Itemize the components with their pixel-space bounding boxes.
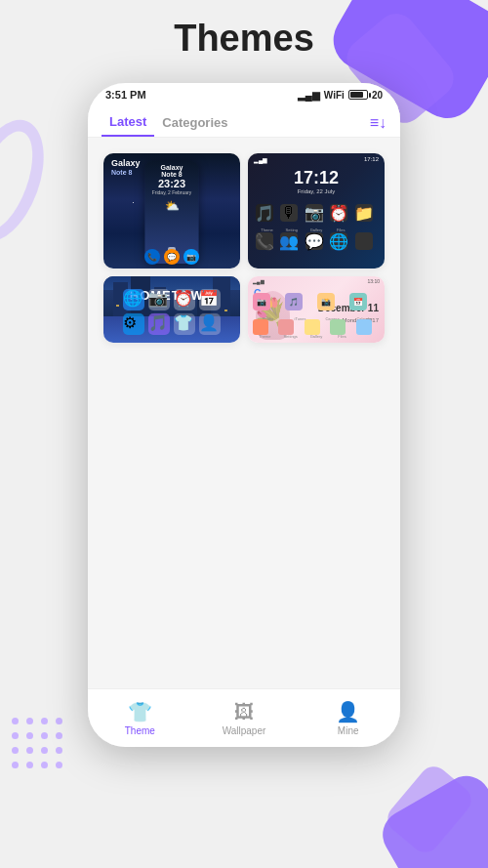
theme-preview-ios: ▂▄▆ 17:12 17:12 Friday, 22 July 🎵 🎙 📷 ⏰ … (248, 153, 385, 269)
hometown-icon-row-2: ⚙ 🎵 👕 👤 (111, 313, 232, 335)
hometown-icon-6: 🎵 (148, 313, 170, 335)
hometown-icon-row-1: 🌐 📷 ⏰ 📅 (111, 289, 232, 310)
purple-ellipse (0, 109, 59, 252)
pink-icon-itunes: 🎵 (285, 293, 303, 310)
pink-icon-9 (330, 319, 346, 335)
pink-label-7: Settings (278, 334, 302, 339)
ios-icon-2: 🎙 (280, 204, 298, 222)
theme-nav-icon: 👕 (128, 700, 152, 723)
themes-grid: Galaxy Note 8 GalaxyNote 8 23:23 Friday,… (96, 145, 392, 351)
ios-status-bar: ▂▄▆ 17:12 (248, 153, 385, 166)
ios-time-status: 17:12 (364, 156, 379, 163)
pink-signal: ▂▄▆ (253, 278, 264, 284)
theme-preview-galaxy: Galaxy Note 8 GalaxyNote 8 23:23 Friday,… (103, 153, 240, 269)
hometown-icon-2: 📷 (148, 289, 170, 310)
galaxy-weather-icon: ⛅ (145, 199, 199, 213)
pink-icon-6 (253, 319, 268, 335)
mine-nav-icon: 👤 (336, 700, 360, 723)
pink-label-10 (356, 334, 380, 339)
ios-icon-9: 🌐 (330, 232, 347, 250)
phone-frame: 3:51 PM ▂▄▆ WiFi 20 Latest Categories ≡↓ (88, 83, 400, 747)
battery-icon (348, 90, 368, 100)
galaxy-btn-cam: 📷 (183, 249, 199, 265)
nav-item-mine[interactable]: 👤 Mine (296, 700, 400, 736)
mine-nav-label: Mine (338, 725, 359, 736)
sort-icon[interactable]: ≡↓ (370, 114, 386, 132)
galaxy-title-text: Galaxy (111, 158, 141, 168)
purple-shape-3 (374, 767, 488, 868)
galaxy-btn-phone: 📞 (144, 249, 160, 265)
galaxy-bottom-icons: 📞 💬 📷 (144, 249, 199, 265)
galaxy-screen-name: GalaxyNote 8 (145, 164, 199, 178)
wifi-icon: WiFi (324, 90, 345, 101)
hometown-icon-4: 📅 (199, 289, 221, 310)
theme-card-ios[interactable]: ▂▄▆ 17:12 17:12 Friday, 22 July 🎵 🎙 📷 ⏰ … (248, 153, 385, 269)
ios-icon-7: 👥 (280, 232, 298, 250)
pink-icon-grid-2 (248, 319, 385, 335)
pink-icon-calendar: 📅 (349, 293, 367, 310)
ios-icon-1: 🎵 (256, 204, 273, 222)
status-icons: ▂▄▆ WiFi 20 (298, 90, 383, 101)
pink-icon-7 (278, 319, 294, 335)
theme-card-hometown[interactable]: HOMETOWN 🌐 📷 ⏰ 📅 ⚙ 🎵 👕 (103, 276, 240, 343)
signal-icon: ▂▄▆ (298, 90, 320, 101)
pink-icon-10 (356, 319, 372, 335)
hometown-icon-1: 🌐 (123, 289, 144, 310)
ios-icon-grid-1: 🎵 🎙 📷 ⏰ 📁 (248, 198, 385, 227)
star-1 (123, 173, 124, 174)
hometown-icon-3: ⏰ (174, 289, 195, 310)
theme-card-pink[interactable]: ▂▄▆ 13:10 G December 11Monday, 2017 💐 (248, 276, 385, 343)
hometown-icon-5: ⚙ (123, 313, 144, 335)
theme-preview-hometown: HOMETOWN 🌐 📷 ⏰ 📅 ⚙ 🎵 👕 (103, 276, 240, 343)
ios-icon-4: ⏰ (330, 204, 347, 222)
hometown-app-icons: 🌐 📷 ⏰ 📅 ⚙ 🎵 👕 👤 (103, 289, 240, 335)
ios-icon-grid-2: 📞 👥 💬 🌐 (248, 232, 385, 250)
ios-icon-5: 📁 (355, 204, 373, 222)
theme-preview-pink: ▂▄▆ 13:10 G December 11Monday, 2017 💐 (248, 276, 385, 343)
hometown-icon-8: 👤 (199, 313, 221, 335)
pink-label-6: Theme (253, 334, 276, 339)
page-title: Themes (0, 18, 488, 60)
purple-shape-4 (382, 761, 476, 858)
tab-latest[interactable]: Latest (102, 108, 154, 137)
pink-labels-2: Theme Settings Gallery Files (248, 334, 385, 339)
galaxy-date: Friday, 2 February (145, 189, 199, 195)
pink-icon-8 (305, 319, 320, 335)
star-4 (133, 202, 134, 203)
ios-icon-10 (355, 232, 373, 250)
time-display: 3:51 PM (105, 89, 146, 101)
ios-icon-3: 📷 (305, 204, 323, 222)
themes-scroll[interactable]: Galaxy Note 8 GalaxyNote 8 23:23 Friday,… (88, 138, 400, 710)
dots-decoration (10, 716, 64, 770)
wallpaper-nav-icon: 🖼 (234, 701, 254, 723)
galaxy-time: 23:23 (145, 178, 199, 189)
pink-time-status: 13:10 (367, 278, 380, 284)
pink-label-9: Files (330, 334, 353, 339)
hometown-icon-7: 👕 (174, 313, 195, 335)
theme-nav-label: Theme (125, 725, 155, 736)
pink-label-8: Gallery (305, 334, 328, 339)
ios-icon-8: 💬 (305, 232, 323, 250)
tabs-bar: Latest Categories ≡↓ (88, 104, 400, 138)
wallpaper-nav-label: Wallpaper (223, 725, 266, 736)
ios-time-display: 17:12 (248, 168, 385, 188)
galaxy-subtitle-text: Note 8 (111, 169, 132, 176)
theme-card-galaxy[interactable]: Galaxy Note 8 GalaxyNote 8 23:23 Friday,… (103, 153, 240, 269)
ios-icon-6: 📞 (256, 232, 273, 250)
galaxy-btn-msg: 💬 (164, 249, 180, 265)
bottom-nav: 👕 Theme 🖼 Wallpaper 👤 Mine (88, 688, 400, 747)
pink-icon-studio: 📷 (253, 293, 270, 310)
nav-item-wallpaper[interactable]: 🖼 Wallpaper (192, 701, 297, 736)
phone-content: Latest Categories ≡↓ Galaxy Note 8 (88, 104, 400, 710)
battery-level: 20 (372, 90, 383, 101)
tab-categories[interactable]: Categories (154, 109, 235, 136)
pink-status-bar: ▂▄▆ 13:10 (248, 276, 385, 286)
status-bar: 3:51 PM ▂▄▆ WiFi 20 (88, 83, 400, 104)
pink-icon-camera: 📸 (317, 293, 335, 310)
pink-icon-grid-1: 📷 🎵 📸 📅 (248, 290, 385, 313)
ios-date-display: Friday, 22 July (248, 188, 385, 194)
ios-signal: ▂▄▆ (254, 156, 267, 163)
nav-item-theme[interactable]: 👕 Theme (88, 700, 192, 736)
